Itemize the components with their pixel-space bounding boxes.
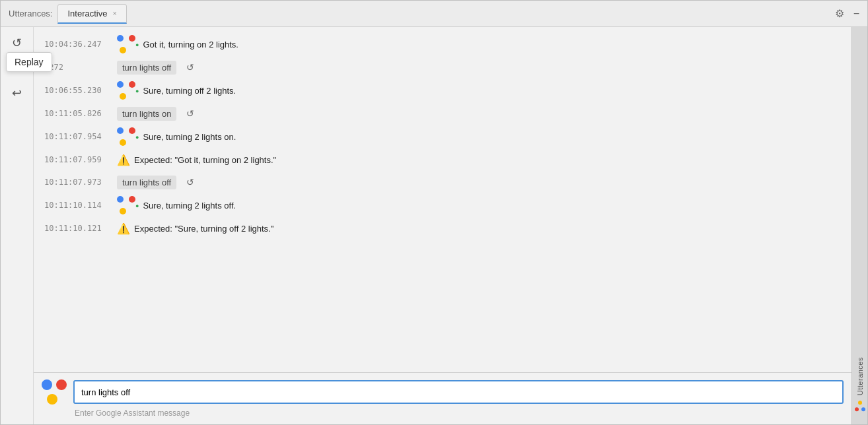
timestamp: 10:11:07.973 xyxy=(44,178,117,187)
assistant-icon xyxy=(117,35,135,53)
undo-toolbar-button[interactable]: ↩ xyxy=(7,82,28,104)
app-window: Utterances: Interactive × ⚙ − ↺ Replay ⊟… xyxy=(0,0,868,425)
title-bar: Utterances: Interactive × ⚙ − xyxy=(1,1,867,27)
ga-red-dot xyxy=(56,379,67,390)
green-dot: ● xyxy=(135,203,139,209)
left-toolbar: ↺ Replay ⊟ ↩ xyxy=(1,27,34,424)
tab-close-icon[interactable]: × xyxy=(112,10,116,17)
gear-icon[interactable]: ⚙ xyxy=(835,7,844,20)
message-row: 10:06:55.230 ● Sure, turning off 2 light… xyxy=(34,79,851,102)
sidebar-utterances-label[interactable]: Utterances xyxy=(855,357,865,411)
ga-yellow-dot xyxy=(47,394,57,405)
user-utterance: turn lights off xyxy=(117,61,176,75)
assistant-icon xyxy=(117,81,135,100)
ga-blue-dot xyxy=(42,379,52,390)
assistant-message-text: Sure, turning 2 lights off. xyxy=(143,201,841,211)
sidebar-ga-icon xyxy=(855,401,865,411)
error-icon: ⚠️ xyxy=(117,222,130,235)
timestamp: 10:04:36.247 xyxy=(44,40,117,49)
tab-interactive[interactable]: Interactive × xyxy=(57,4,126,24)
timestamp: 10:06:55.230 xyxy=(44,86,117,95)
ga-large-icon xyxy=(42,379,67,405)
replay-toolbar-button[interactable]: ↺ xyxy=(7,32,28,53)
green-dot: ● xyxy=(135,134,139,141)
message-row: 10:11:07.954 ● Sure, turning 2 lights on… xyxy=(34,125,851,148)
timestamp: .272 xyxy=(44,63,117,72)
error-message-text: Expected: "Sure, turning off 2 lights." xyxy=(134,224,841,234)
timestamp: 10:11:07.954 xyxy=(44,132,117,141)
message-row: 10:11:10.121 ⚠️ Expected: "Sure, turning… xyxy=(34,217,851,240)
assistant-message-text: Sure, turning 2 lights on. xyxy=(143,132,841,142)
green-dot: ● xyxy=(135,88,139,94)
message-row: 10:11:07.973 turn lights off ↺ xyxy=(34,171,851,193)
chat-area: 10:04:36.247 ● Got it, turning on 2 ligh… xyxy=(34,27,851,424)
message-row: 10:04:36.247 ● Got it, turning on 2 ligh… xyxy=(34,32,851,56)
assistant-icon xyxy=(117,196,135,214)
message-input[interactable] xyxy=(73,380,844,404)
replay-button[interactable]: ↺ xyxy=(182,105,199,122)
right-sidebar[interactable]: Utterances xyxy=(851,27,867,424)
timestamp: 10:11:10.121 xyxy=(44,224,117,233)
minimize-icon[interactable]: − xyxy=(853,8,859,20)
sdm-yellow xyxy=(858,401,862,405)
replay-button[interactable]: ↺ xyxy=(182,59,199,76)
timestamp: 10:11:10.114 xyxy=(44,201,117,210)
green-dot: ● xyxy=(135,42,139,48)
error-message-text: Expected: "Got it, turning on 2 lights." xyxy=(134,155,841,165)
assistant-message-text: Sure, turning off 2 lights. xyxy=(143,86,841,96)
sidebar-label-text: Utterances xyxy=(856,357,864,395)
sdm-red xyxy=(855,407,859,411)
messages-list: 10:04:36.247 ● Got it, turning on 2 ligh… xyxy=(34,27,851,372)
main-area: ↺ Replay ⊟ ↩ 10:04:36.247 ● Got it, turn… xyxy=(1,27,867,424)
replay-button[interactable]: ↺ xyxy=(182,174,199,191)
timestamp: 10:11:07.959 xyxy=(44,155,117,164)
assistant-message-text: Got it, turning on 2 lights. xyxy=(143,40,841,49)
sdm-blue xyxy=(861,407,865,411)
user-utterance: turn lights on xyxy=(117,107,176,121)
message-row: .272 turn lights off ↺ xyxy=(34,56,851,79)
utterances-label: Utterances: xyxy=(9,9,52,18)
title-bar-actions: ⚙ − xyxy=(835,7,859,20)
user-utterance: turn lights off xyxy=(117,176,176,189)
message-row: 10:11:10.114 ● Sure, turning 2 lights of… xyxy=(34,193,851,217)
input-hint: Enter Google Assistant message xyxy=(42,409,844,418)
message-row: 10:11:05.826 turn lights on ↺ xyxy=(34,102,851,125)
message-row: 10:11:07.959 ⚠️ Expected: "Got it, turni… xyxy=(34,148,851,171)
input-area: Enter Google Assistant message xyxy=(34,372,851,424)
input-row xyxy=(42,379,844,405)
error-icon: ⚠️ xyxy=(117,154,130,166)
replay-tooltip: Replay xyxy=(6,52,52,72)
timestamp: 10:11:05.826 xyxy=(44,109,117,118)
tab-label: Interactive xyxy=(67,9,107,18)
assistant-icon xyxy=(117,127,135,146)
